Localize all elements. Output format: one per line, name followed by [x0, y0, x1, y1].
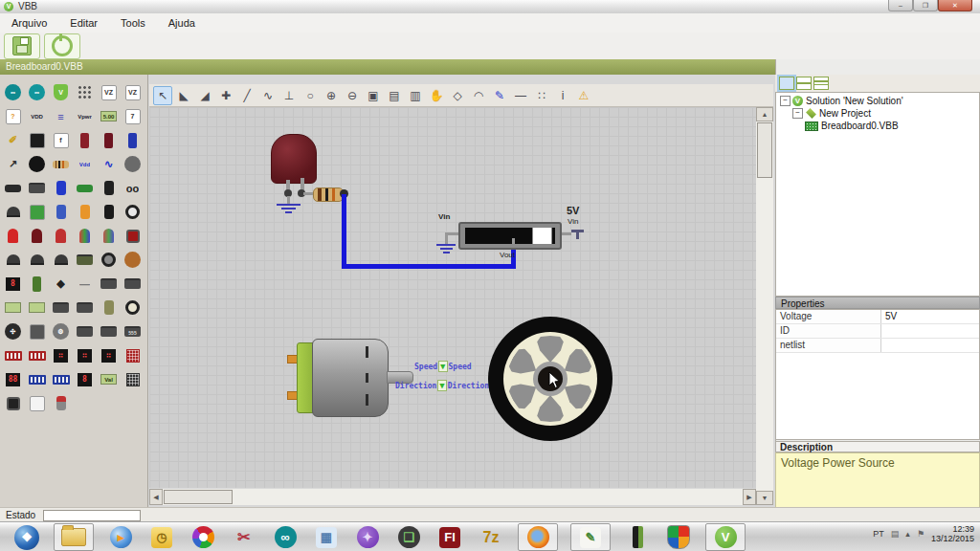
purple-app-taskbar-button[interactable]: ✦ — [353, 524, 382, 550]
menu-tools[interactable]: Tools — [109, 15, 157, 31]
resistor-icon[interactable] — [49, 152, 73, 176]
bridge-diode-icon[interactable]: ◆ — [49, 272, 73, 296]
arduino-ide-taskbar-button[interactable]: ∞ — [271, 524, 300, 550]
notes-app-taskbar-button[interactable]: ❏ — [394, 524, 423, 550]
hex-standoff-icon[interactable] — [121, 152, 145, 176]
close-button[interactable]: ✕ — [938, 0, 972, 11]
vpwr-source-icon[interactable]: Vpwr — [73, 104, 97, 128]
dip-switch-red-b-icon[interactable] — [25, 343, 49, 367]
zoom-out-tool[interactable]: ⊖ — [343, 86, 362, 105]
led-small-red-icon[interactable] — [49, 224, 73, 248]
snipping-tool-taskbar-button[interactable]: ✂ — [230, 524, 258, 550]
scroll-down-arrow[interactable]: ▼ — [756, 491, 773, 505]
polygon-tool[interactable]: ◇ — [448, 86, 467, 105]
rotate-cw-tool[interactable]: ◢ — [195, 86, 214, 105]
display-red-icon[interactable]: 88 — [1, 367, 25, 391]
led-matrix-grid-icon[interactable] — [121, 343, 145, 367]
joystick-icon[interactable] — [49, 391, 73, 415]
line-style-tool[interactable]: — — [511, 86, 530, 105]
motor-speed-pin-label[interactable]: Speed▼Speed — [414, 362, 472, 371]
bargraph-b-icon[interactable] — [25, 296, 49, 320]
menu-editar[interactable]: Editar — [58, 15, 109, 31]
menu-arquivo[interactable]: Arquivo — [0, 15, 58, 31]
antivirus-taskbar-button[interactable] — [664, 524, 693, 550]
property-value[interactable]: 5V — [881, 310, 979, 323]
timer-555-icon[interactable]: 555 — [121, 320, 145, 343]
warning-indicator[interactable]: ⚠ — [574, 86, 593, 105]
piezo-disc-icon[interactable] — [121, 200, 145, 224]
gear-motor-icon[interactable]: ⚙ — [49, 320, 73, 343]
tree-item[interactable]: Breadboard0.VBB — [776, 120, 979, 132]
capacitor-blue-icon[interactable] — [49, 176, 73, 200]
status-field[interactable] — [43, 510, 141, 521]
vz-chip-b-icon[interactable]: VZ — [121, 80, 145, 104]
pcb-module-icon[interactable] — [73, 248, 97, 272]
ic-b-icon[interactable] — [121, 272, 145, 296]
motor-direction-pin-label[interactable]: Direction▼Direction — [395, 381, 489, 390]
dip-switch-blue-b-icon[interactable] — [49, 367, 73, 391]
transistor-b-icon[interactable] — [25, 248, 49, 272]
tree-item[interactable]: −VSolution 'New Solution' — [776, 95, 979, 107]
ic-c-icon[interactable] — [49, 296, 73, 320]
pen-tool[interactable]: ✎ — [490, 86, 509, 105]
keypad-icon[interactable] — [121, 367, 145, 391]
black-panel-icon[interactable] — [25, 128, 49, 152]
calculator-taskbar-button[interactable]: ▦ — [312, 524, 341, 550]
expand-box-icon[interactable]: − — [780, 96, 791, 106]
maroon-module-icon[interactable] — [97, 128, 121, 152]
slider-knob[interactable] — [532, 227, 552, 245]
windows-explorer-taskbar-button[interactable] — [54, 523, 94, 551]
battery-green-icon[interactable] — [25, 272, 49, 296]
language-indicator[interactable]: PT — [873, 529, 884, 539]
vertical-scroll-thumb[interactable] — [757, 122, 772, 178]
property-value[interactable] — [881, 324, 979, 338]
scroll-right-arrow[interactable]: ▶ — [743, 489, 756, 505]
ic-e-icon[interactable] — [73, 320, 97, 343]
horizontal-scrollbar[interactable]: ◀ ▶ — [149, 489, 756, 505]
wire-link-icon[interactable]: ↗ — [1, 152, 25, 176]
line-tool[interactable]: ╱ — [237, 86, 256, 105]
capacitor-clip-icon[interactable] — [49, 200, 73, 224]
resistor-symbol-icon[interactable]: ∿ — [97, 152, 121, 176]
junction-tool[interactable]: ⊥ — [279, 86, 299, 105]
diode-green-icon[interactable] — [73, 176, 97, 200]
image-editor-taskbar-button[interactable]: ✎ — [570, 523, 611, 551]
vdd-source-icon[interactable]: VDD — [25, 104, 49, 128]
select-rect-tool[interactable]: ∷ — [532, 86, 551, 105]
ground-icon[interactable]: ≡ — [49, 104, 73, 128]
document-tab[interactable]: Breadboard0.VBB — [0, 59, 775, 75]
motor-component[interactable] — [312, 339, 389, 417]
pushbutton-red-icon[interactable] — [121, 224, 145, 248]
mic-component-icon[interactable] — [25, 391, 49, 415]
probe-icon[interactable]: ✐ — [1, 128, 25, 152]
start-taskbar-button[interactable]: ❖ — [12, 524, 41, 550]
power-run-button[interactable] — [44, 33, 80, 59]
zoom-extents-tool[interactable]: ▤ — [385, 86, 404, 105]
minimize-button[interactable]: – — [888, 0, 913, 11]
move-tool[interactable]: ✚ — [216, 86, 235, 105]
value-display-icon[interactable]: 5.00 — [97, 104, 121, 128]
pan-tool[interactable]: ✋ — [427, 86, 446, 105]
jumper-oo-icon[interactable]: oo — [121, 176, 145, 200]
ic-d-icon[interactable] — [73, 296, 97, 320]
motor-small-icon[interactable] — [97, 296, 121, 320]
transistor-c-icon[interactable] — [49, 248, 73, 272]
red-module-icon[interactable] — [73, 128, 97, 152]
led-matrix-c-icon[interactable]: ∷ — [97, 343, 121, 367]
led-matrix-a-icon[interactable]: ∷ — [49, 343, 73, 367]
electrolytic-cap-icon[interactable] — [97, 200, 121, 224]
outlook-taskbar-button[interactable]: ◷ — [147, 524, 176, 550]
breadboard-canvas[interactable]: Vin Vout 5V Vin Speed▼Speed Direction▼Di… — [149, 107, 756, 488]
vz-chip-a-icon[interactable]: VZ — [97, 80, 121, 104]
vbb-app-taskbar-button[interactable]: V — [705, 523, 746, 551]
zoom-page-tool[interactable]: ▥ — [406, 86, 425, 105]
servo-icon[interactable] — [25, 320, 49, 343]
led-red-icon[interactable] — [1, 224, 25, 248]
scroll-left-arrow[interactable]: ◀ — [149, 489, 163, 505]
led-rgb-b-icon[interactable] — [97, 224, 121, 248]
picasa-taskbar-button[interactable] — [189, 524, 217, 550]
seven-display-icon[interactable]: 7 — [121, 104, 145, 128]
seven-zip-taskbar-button[interactable]: 7z — [477, 524, 505, 550]
vertical-scrollbar[interactable]: ▲ ▼ — [756, 107, 773, 505]
transistor-a-icon[interactable] — [1, 248, 25, 272]
